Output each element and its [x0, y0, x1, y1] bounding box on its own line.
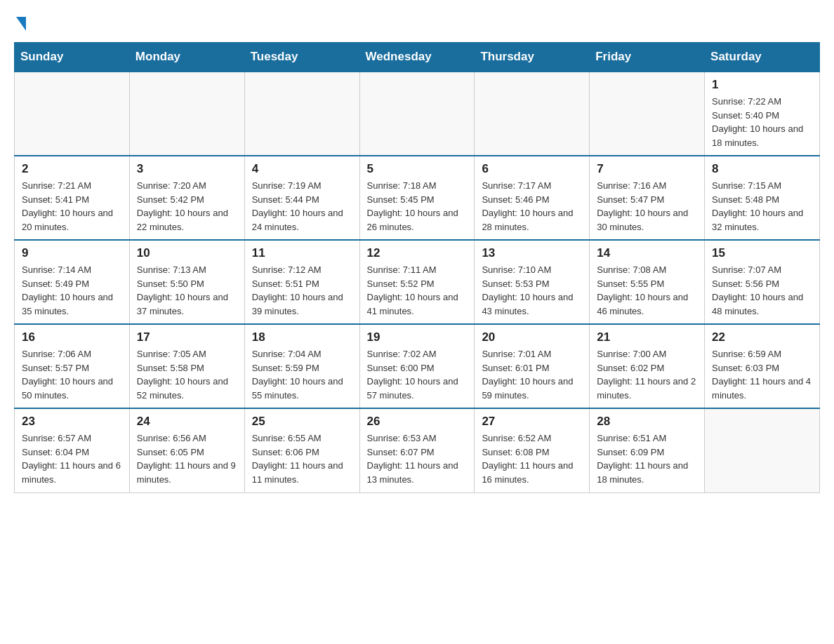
calendar-cell [705, 408, 820, 492]
calendar-cell: 4Sunrise: 7:19 AMSunset: 5:44 PMDaylight… [244, 156, 359, 240]
day-number: 8 [712, 162, 812, 176]
day-number: 10 [137, 246, 237, 260]
day-number: 19 [367, 330, 468, 344]
day-info: Sunrise: 7:16 AMSunset: 5:47 PMDaylight:… [597, 179, 697, 234]
day-number: 5 [367, 162, 468, 176]
calendar-cell: 21Sunrise: 7:00 AMSunset: 6:02 PMDayligh… [590, 324, 705, 408]
day-info: Sunrise: 7:13 AMSunset: 5:50 PMDaylight:… [137, 263, 237, 318]
day-number: 7 [597, 162, 697, 176]
day-info: Sunrise: 6:52 AMSunset: 6:08 PMDaylight:… [482, 431, 582, 486]
day-info: Sunrise: 7:07 AMSunset: 5:56 PMDaylight:… [712, 263, 812, 318]
day-info: Sunrise: 7:21 AMSunset: 5:41 PMDaylight:… [22, 179, 122, 234]
day-of-week-header: Wednesday [359, 43, 475, 72]
day-number: 4 [252, 162, 352, 176]
day-info: Sunrise: 7:06 AMSunset: 5:57 PMDaylight:… [22, 347, 122, 402]
day-info: Sunrise: 6:59 AMSunset: 6:03 PMDaylight:… [712, 347, 812, 402]
calendar-cell: 25Sunrise: 6:55 AMSunset: 6:06 PMDayligh… [244, 408, 359, 492]
calendar-cell: 23Sunrise: 6:57 AMSunset: 6:04 PMDayligh… [15, 408, 130, 492]
calendar-cell: 11Sunrise: 7:12 AMSunset: 5:51 PMDayligh… [244, 240, 359, 324]
day-info: Sunrise: 7:19 AMSunset: 5:44 PMDaylight:… [252, 179, 352, 234]
day-info: Sunrise: 7:18 AMSunset: 5:45 PMDaylight:… [367, 179, 468, 234]
calendar-cell: 16Sunrise: 7:06 AMSunset: 5:57 PMDayligh… [15, 324, 130, 408]
day-info: Sunrise: 6:53 AMSunset: 6:07 PMDaylight:… [367, 431, 468, 486]
day-of-week-header: Monday [129, 43, 244, 72]
calendar-week-row: 2Sunrise: 7:21 AMSunset: 5:41 PMDaylight… [15, 156, 820, 240]
day-info: Sunrise: 7:01 AMSunset: 6:01 PMDaylight:… [482, 347, 582, 402]
calendar-header: SundayMondayTuesdayWednesdayThursdayFrid… [15, 43, 820, 72]
day-info: Sunrise: 6:51 AMSunset: 6:09 PMDaylight:… [597, 431, 697, 486]
day-of-week-header: Tuesday [244, 43, 359, 72]
day-info: Sunrise: 7:20 AMSunset: 5:42 PMDaylight:… [137, 179, 237, 234]
day-of-week-header: Saturday [705, 43, 820, 72]
day-info: Sunrise: 7:17 AMSunset: 5:46 PMDaylight:… [482, 179, 582, 234]
day-number: 17 [137, 330, 237, 344]
calendar-cell: 2Sunrise: 7:21 AMSunset: 5:41 PMDaylight… [15, 156, 130, 240]
day-number: 3 [137, 162, 237, 176]
day-number: 23 [22, 415, 122, 429]
calendar-cell: 26Sunrise: 6:53 AMSunset: 6:07 PMDayligh… [359, 408, 475, 492]
calendar-cell: 1Sunrise: 7:22 AMSunset: 5:40 PMDaylight… [705, 72, 820, 156]
calendar-week-row: 23Sunrise: 6:57 AMSunset: 6:04 PMDayligh… [15, 408, 820, 492]
day-number: 28 [597, 415, 697, 429]
calendar-cell: 8Sunrise: 7:15 AMSunset: 5:48 PMDaylight… [705, 156, 820, 240]
calendar-table: SundayMondayTuesdayWednesdayThursdayFrid… [14, 42, 820, 493]
calendar-cell: 10Sunrise: 7:13 AMSunset: 5:50 PMDayligh… [129, 240, 244, 324]
day-info: Sunrise: 6:57 AMSunset: 6:04 PMDaylight:… [22, 431, 122, 486]
day-info: Sunrise: 7:10 AMSunset: 5:53 PMDaylight:… [482, 263, 582, 318]
day-info: Sunrise: 7:02 AMSunset: 6:00 PMDaylight:… [367, 347, 468, 402]
logo-triangle-icon [16, 17, 26, 31]
calendar-cell: 18Sunrise: 7:04 AMSunset: 5:59 PMDayligh… [244, 324, 359, 408]
day-info: Sunrise: 6:55 AMSunset: 6:06 PMDaylight:… [252, 431, 352, 486]
day-of-week-header: Friday [590, 43, 705, 72]
calendar-cell [129, 72, 244, 156]
day-of-week-header: Thursday [475, 43, 590, 72]
day-number: 20 [482, 330, 582, 344]
calendar-cell: 5Sunrise: 7:18 AMSunset: 5:45 PMDaylight… [359, 156, 475, 240]
day-info: Sunrise: 7:15 AMSunset: 5:48 PMDaylight:… [712, 179, 812, 234]
calendar-cell: 14Sunrise: 7:08 AMSunset: 5:55 PMDayligh… [590, 240, 705, 324]
calendar-cell: 27Sunrise: 6:52 AMSunset: 6:08 PMDayligh… [475, 408, 590, 492]
calendar-cell: 12Sunrise: 7:11 AMSunset: 5:52 PMDayligh… [359, 240, 475, 324]
calendar-week-row: 16Sunrise: 7:06 AMSunset: 5:57 PMDayligh… [15, 324, 820, 408]
calendar-cell: 20Sunrise: 7:01 AMSunset: 6:01 PMDayligh… [475, 324, 590, 408]
calendar-cell: 24Sunrise: 6:56 AMSunset: 6:05 PMDayligh… [129, 408, 244, 492]
calendar-cell: 13Sunrise: 7:10 AMSunset: 5:53 PMDayligh… [475, 240, 590, 324]
calendar-cell [590, 72, 705, 156]
calendar-cell [359, 72, 475, 156]
day-number: 2 [22, 162, 122, 176]
calendar-cell: 15Sunrise: 7:07 AMSunset: 5:56 PMDayligh… [705, 240, 820, 324]
day-of-week-header: Sunday [15, 43, 130, 72]
day-number: 9 [22, 246, 122, 260]
calendar-cell: 17Sunrise: 7:05 AMSunset: 5:58 PMDayligh… [129, 324, 244, 408]
day-info: Sunrise: 7:12 AMSunset: 5:51 PMDaylight:… [252, 263, 352, 318]
calendar-cell [15, 72, 130, 156]
day-number: 21 [597, 330, 697, 344]
calendar-cell [475, 72, 590, 156]
calendar-cell [244, 72, 359, 156]
calendar-week-row: 9Sunrise: 7:14 AMSunset: 5:49 PMDaylight… [15, 240, 820, 324]
header-row: SundayMondayTuesdayWednesdayThursdayFrid… [15, 43, 820, 72]
calendar-cell: 3Sunrise: 7:20 AMSunset: 5:42 PMDaylight… [129, 156, 244, 240]
calendar-week-row: 1Sunrise: 7:22 AMSunset: 5:40 PMDaylight… [15, 72, 820, 156]
calendar-cell: 28Sunrise: 6:51 AMSunset: 6:09 PMDayligh… [590, 408, 705, 492]
day-number: 13 [482, 246, 582, 260]
day-number: 12 [367, 246, 468, 260]
day-number: 27 [482, 415, 582, 429]
page-header [14, 14, 820, 28]
calendar-body: 1Sunrise: 7:22 AMSunset: 5:40 PMDaylight… [15, 72, 820, 492]
calendar-cell: 7Sunrise: 7:16 AMSunset: 5:47 PMDaylight… [590, 156, 705, 240]
calendar-cell: 19Sunrise: 7:02 AMSunset: 6:00 PMDayligh… [359, 324, 475, 408]
day-number: 11 [252, 246, 352, 260]
day-info: Sunrise: 7:08 AMSunset: 5:55 PMDaylight:… [597, 263, 697, 318]
day-info: Sunrise: 7:11 AMSunset: 5:52 PMDaylight:… [367, 263, 468, 318]
calendar-cell: 9Sunrise: 7:14 AMSunset: 5:49 PMDaylight… [15, 240, 130, 324]
day-info: Sunrise: 7:00 AMSunset: 6:02 PMDaylight:… [597, 347, 697, 402]
calendar-cell: 6Sunrise: 7:17 AMSunset: 5:46 PMDaylight… [475, 156, 590, 240]
logo [14, 14, 26, 28]
calendar-cell: 22Sunrise: 6:59 AMSunset: 6:03 PMDayligh… [705, 324, 820, 408]
day-info: Sunrise: 7:14 AMSunset: 5:49 PMDaylight:… [22, 263, 122, 318]
day-number: 15 [712, 246, 812, 260]
day-number: 26 [367, 415, 468, 429]
day-number: 24 [137, 415, 237, 429]
day-number: 16 [22, 330, 122, 344]
